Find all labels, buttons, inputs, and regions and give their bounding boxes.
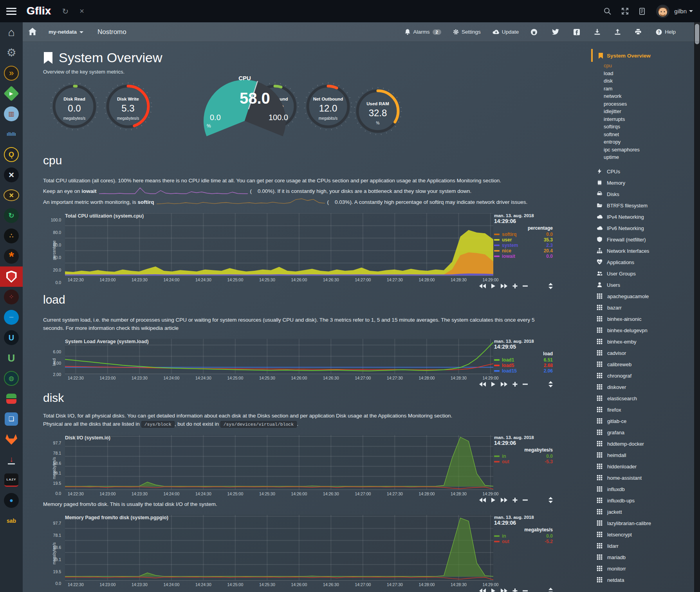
zoom-in-button[interactable] bbox=[512, 498, 518, 502]
memory-paged-chart[interactable]: Memory Paged from/to disk (system.pgpgio… bbox=[43, 515, 564, 588]
menu-app-grafana[interactable]: grafana bbox=[597, 427, 700, 438]
menu-app-chronograf[interactable]: chronograf bbox=[597, 370, 700, 381]
menu-item-cpu[interactable]: cpu bbox=[604, 62, 700, 70]
menu-item-processes[interactable]: processes bbox=[604, 100, 700, 108]
menu-app-firefox[interactable]: firefox bbox=[597, 404, 700, 416]
news-icon[interactable] bbox=[639, 8, 646, 15]
menu-section-disks[interactable]: Disks bbox=[597, 189, 700, 200]
user-menu-caret-icon[interactable] bbox=[689, 10, 693, 12]
menu-app-hddtemp-docker[interactable]: hddtemp-docker bbox=[597, 438, 700, 450]
legend-series-nice[interactable]: nice20.4 bbox=[494, 248, 553, 254]
alarms-button[interactable]: Alarms 2 bbox=[405, 29, 441, 35]
menu-app-binhex-emby[interactable]: binhex-emby bbox=[597, 336, 700, 347]
zoom-out-button[interactable] bbox=[523, 382, 528, 387]
fullscreen-icon[interactable] bbox=[621, 7, 629, 15]
menu-section-firewall-netfilter-[interactable]: Firewall (netfilter) bbox=[597, 234, 700, 245]
play-button[interactable] bbox=[491, 382, 496, 387]
skip-back-button[interactable] bbox=[479, 382, 486, 387]
legend-series-softirq[interactable]: softirq0.0 bbox=[494, 232, 553, 237]
menu-app-netdata[interactable]: netdata bbox=[597, 574, 700, 586]
sidebar-app-grafana[interactable]: * bbox=[0, 246, 23, 266]
user-avatar[interactable] bbox=[656, 5, 669, 18]
menu-app-monitorr[interactable]: monitorr bbox=[597, 563, 700, 574]
hamburger-menu-icon[interactable] bbox=[6, 8, 16, 15]
home-icon[interactable] bbox=[28, 28, 37, 36]
legend-series-in[interactable]: in0.0 bbox=[494, 533, 553, 539]
skip-back-button[interactable] bbox=[479, 498, 486, 502]
menu-app-jackett[interactable]: jackett bbox=[597, 506, 700, 518]
legend-series-in[interactable]: in0.0 bbox=[494, 453, 553, 459]
skip-back-button[interactable] bbox=[479, 284, 486, 288]
legend-series-iowait[interactable]: iowait0.0 bbox=[494, 254, 553, 259]
menu-item-interrupts[interactable]: interrupts bbox=[604, 115, 700, 123]
zoom-out-button[interactable] bbox=[523, 284, 528, 288]
sidebar-app-airsonic[interactable]: ıllıllı bbox=[0, 124, 23, 144]
menu-section-applications[interactable]: Applications bbox=[597, 257, 700, 268]
gauge-cpu[interactable]: CPU58.00.0100.0% bbox=[200, 77, 290, 138]
sidebar-app-red-green-app[interactable] bbox=[0, 389, 23, 409]
sidebar-app-binhex-delugevpn[interactable]: ↻ bbox=[0, 205, 23, 226]
menu-system-overview[interactable]: System Overview bbox=[591, 49, 700, 62]
menu-section-cpus[interactable]: CPUs bbox=[597, 166, 700, 177]
menu-app-influxdb-ups[interactable]: influxdb-ups bbox=[597, 495, 700, 506]
sidebar-app-bazarr[interactable]: × bbox=[0, 185, 23, 205]
legend-series-load5[interactable]: load52.68 bbox=[494, 363, 553, 368]
sidebar-app-unifi[interactable]: U bbox=[0, 327, 23, 348]
legend-series-out[interactable]: out-5.2 bbox=[494, 539, 553, 544]
zoom-in-button[interactable] bbox=[512, 588, 518, 592]
play-button[interactable] bbox=[491, 498, 496, 502]
gauge-disk-read[interactable]: Disk Read0.0megabytes/s bbox=[45, 81, 104, 133]
menu-item-softnet[interactable]: softnet bbox=[604, 131, 700, 139]
print-icon[interactable] bbox=[635, 29, 644, 35]
chart-resize-handle[interactable] bbox=[548, 283, 553, 291]
sidebar-app-plex[interactable]: » bbox=[0, 63, 23, 83]
sidebar-app-lazylibrarian[interactable]: LAZY bbox=[0, 470, 23, 490]
menu-item-ram[interactable]: ram bbox=[604, 85, 700, 93]
server-dropdown[interactable]: my-netdata bbox=[49, 29, 83, 35]
load-average-chart[interactable]: System Load Average (system.load)14:22:3… bbox=[43, 339, 564, 381]
chart-resize-handle[interactable] bbox=[548, 381, 553, 389]
menu-app-apacheguacamole[interactable]: apacheguacamole bbox=[597, 291, 700, 302]
disk-io-chart[interactable]: Disk I/O (system.io)14:22:3014:23:0014:2… bbox=[43, 435, 564, 497]
app-logo[interactable]: Gflix bbox=[27, 5, 51, 17]
menu-section-ipv4-networking[interactable]: IPv4 Networking bbox=[597, 211, 700, 223]
username[interactable]: gilbn bbox=[674, 8, 687, 14]
menu-section-user-groups[interactable]: User Groups bbox=[597, 268, 700, 279]
menu-app-letsencrypt[interactable]: letsencrypt bbox=[597, 529, 700, 540]
skip-forward-button[interactable] bbox=[501, 284, 507, 288]
menu-app-lazylibrarian-calibre[interactable]: lazylibrarian-calibre bbox=[597, 518, 700, 529]
legend-series-load15[interactable]: load152.06 bbox=[494, 368, 553, 374]
sidebar-app-heimdall[interactable]: ❏ bbox=[0, 409, 23, 429]
menu-app-cadvisor[interactable]: cadvisor bbox=[597, 347, 700, 359]
menu-section-network-interfaces[interactable]: Network Interfaces bbox=[597, 245, 700, 257]
refresh-icon[interactable]: ↻ bbox=[62, 7, 69, 16]
skip-back-button[interactable] bbox=[479, 588, 486, 592]
legend-series-user[interactable]: user35.3 bbox=[494, 237, 553, 243]
gauge-used-ram[interactable]: Used RAM32.8% bbox=[348, 86, 407, 138]
sidebar-app-nextcloud[interactable]: ◦◦◦ bbox=[0, 307, 23, 327]
legend-series-system[interactable]: system2.3 bbox=[494, 243, 553, 248]
menu-app-elasticsearch[interactable]: elasticsearch bbox=[597, 393, 700, 404]
cpu-utilization-chart[interactable]: Total CPU utilization (system.cpu)14:22:… bbox=[43, 213, 564, 283]
menu-item-disk[interactable]: disk bbox=[604, 77, 700, 85]
zoom-in-button[interactable] bbox=[512, 284, 518, 288]
zoom-out-button[interactable] bbox=[523, 498, 528, 502]
menu-item-softirqs[interactable]: softirqs bbox=[604, 123, 700, 131]
skip-forward-button[interactable] bbox=[501, 382, 507, 387]
close-tab-icon[interactable]: × bbox=[79, 7, 84, 16]
menu-app-gitlab-ce[interactable]: gitlab-ce bbox=[597, 416, 700, 427]
sidebar-app-chronograf[interactable]: ∴ bbox=[0, 226, 23, 246]
menu-section-btrfs-filesystem[interactable]: BTRFS filesystem bbox=[597, 200, 700, 211]
chart-resize-handle[interactable] bbox=[548, 497, 553, 505]
menu-section-ipv6-networking[interactable]: IPv6 Networking bbox=[597, 223, 700, 234]
zoom-in-button[interactable] bbox=[512, 382, 518, 387]
play-button[interactable] bbox=[491, 588, 496, 592]
facebook-icon[interactable] bbox=[574, 29, 583, 35]
softirq-sparkline[interactable] bbox=[157, 198, 325, 207]
skip-forward-button[interactable] bbox=[501, 498, 507, 502]
play-button[interactable] bbox=[491, 284, 496, 288]
sidebar-app-duplicati[interactable]: ● bbox=[0, 490, 23, 511]
menu-app-binhex-delugevpn[interactable]: binhex-delugevpn bbox=[597, 325, 700, 336]
menu-item-entropy[interactable]: entropy bbox=[604, 138, 700, 146]
zoom-out-button[interactable] bbox=[523, 588, 528, 592]
